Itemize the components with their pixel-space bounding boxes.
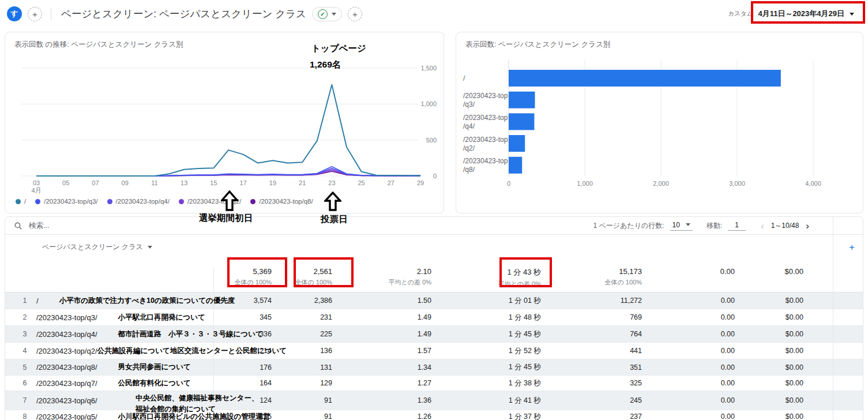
cell-users: 91 xyxy=(272,396,332,404)
cell-events: 351 xyxy=(541,363,642,372)
legend-dot-icon xyxy=(179,199,184,204)
page-title: ページとスクリーン: ページパスとスクリーン クラス xyxy=(61,7,306,21)
legend-item: /20230423-top/q3/ xyxy=(35,198,97,205)
chevron-down-icon xyxy=(332,13,336,16)
cell-page-path: 1 /小平市の政策で注力すべき10の政策についての優先度 xyxy=(5,292,214,309)
cell-views-per-user: 1.27 xyxy=(332,379,431,387)
date-range-selector[interactable]: カスタム 4月11日～2023年4月29日 xyxy=(722,3,860,24)
row-index: 4 xyxy=(19,347,31,355)
cell-revenue: $0.00 xyxy=(735,297,803,305)
svg-text:/q3/: /q3/ xyxy=(463,100,475,108)
app-header: す + ページとスクリーン: ページパスとスクリーン クラス ✓ + カスタム … xyxy=(0,0,868,28)
account-avatar[interactable]: す xyxy=(7,6,22,21)
cell-engagement: 1 分 45 秒 xyxy=(431,329,541,339)
svg-text:500: 500 xyxy=(426,137,437,144)
svg-text:3,000: 3,000 xyxy=(729,180,745,187)
totals-conversions: 0.00 xyxy=(642,267,735,276)
cell-views-per-user: 1.34 xyxy=(332,363,431,372)
cell-events: 237 xyxy=(541,412,642,420)
cell-conversions: 0.00 xyxy=(642,313,735,321)
bar-chart: 01,0002,0003,0004,000//20230423-top/q3//… xyxy=(456,54,860,193)
search-input[interactable] xyxy=(28,221,203,230)
table-row[interactable]: 6 /20230423-top/q7/公民館有料化について 164 129 1.… xyxy=(5,376,863,391)
page-path: /20230423-top/q5/ xyxy=(36,412,97,420)
row-index: 6 xyxy=(19,379,31,387)
cell-revenue: $0.00 xyxy=(735,330,803,338)
row-annotation: 小平市の政策で注力すべき10の政策についての優先度 xyxy=(59,296,235,306)
cell-users: 225 xyxy=(272,330,332,338)
cell-revenue: $0.00 xyxy=(735,412,803,420)
table-row[interactable]: 8 /20230423-top/q5/小川駅西口再開発ビルの公共施施設の管理運営… xyxy=(5,410,863,420)
cell-conversions: 0.00 xyxy=(642,412,735,420)
svg-text:09: 09 xyxy=(122,179,129,186)
cell-views: 164 xyxy=(214,379,272,387)
svg-text:0: 0 xyxy=(507,180,510,187)
cell-page-path: 2 /20230423-top/q3/小平駅北口再開発について xyxy=(5,309,214,325)
cell-page-path: 6 /20230423-top/q7/公民館有料化について xyxy=(5,376,214,391)
customize-report-icon[interactable]: + xyxy=(348,7,362,21)
table-row[interactable]: 3 /20230423-top/q4/都市計画道路 小平３・３・３号線について … xyxy=(5,326,863,343)
svg-text:/: / xyxy=(463,74,465,82)
svg-text:/q8/: /q8/ xyxy=(463,166,475,174)
table-header-row: ページパスとスクリーン クラス + ↓ 表示回数 ユーザー ユーザーあたりのビュ… xyxy=(5,235,863,260)
date-range-value: 4月11日～2023年4月29日 xyxy=(758,9,844,19)
prev-page-icon[interactable]: ‹ xyxy=(760,221,765,231)
svg-text:19: 19 xyxy=(269,179,276,186)
cell-conversions: 0.00 xyxy=(642,396,735,404)
cell-page-path: 3 /20230423-top/q4/都市計画道路 小平３・３・３号線について xyxy=(5,326,214,342)
svg-text:25: 25 xyxy=(358,179,365,186)
svg-text:2,000: 2,000 xyxy=(653,180,669,187)
column-header-dimension[interactable]: ページパスとスクリーン クラス + xyxy=(5,235,863,260)
next-page-icon[interactable]: › xyxy=(805,221,810,231)
cell-conversions: 0.00 xyxy=(642,379,735,387)
cell-conversions: 0.00 xyxy=(642,330,735,338)
svg-text:07: 07 xyxy=(92,179,99,186)
totals-views-per-user: 2.10 平均との差 0% xyxy=(332,267,431,287)
svg-text:29: 29 xyxy=(417,179,424,186)
row-annotation: 都市計画道路 小平３・３・３号線について xyxy=(118,329,263,339)
goto-page-input[interactable]: 1 xyxy=(728,221,746,231)
chevron-down-icon xyxy=(686,223,690,226)
cell-revenue: $0.00 xyxy=(735,347,803,355)
table-row[interactable]: 7 /20230423-top/q6/中央公民館、健康福祉事務センター、福祉会館… xyxy=(5,391,863,410)
cell-users: 2,386 xyxy=(272,297,332,305)
cell-events: 764 xyxy=(541,330,642,338)
table-row[interactable]: 2 /20230423-top/q3/小平駅北口再開発について 345 231 … xyxy=(5,309,863,326)
legend-dot-icon xyxy=(250,199,255,204)
cell-views: 345 xyxy=(214,313,272,321)
svg-text:23: 23 xyxy=(328,179,335,186)
table-row[interactable]: 4 /20230423-top/q2/公共施設再編について地区交流センターと公民… xyxy=(5,343,863,359)
report-status-badge[interactable]: ✓ xyxy=(312,7,342,21)
page-path: /20230423-top/q6/ xyxy=(36,396,97,405)
cell-engagement: 1 分 45 秒 xyxy=(431,362,541,372)
ga4-report-page: す + ページとスクリーン: ページパスとスクリーン クラス ✓ + カスタム … xyxy=(0,0,868,420)
row-annotation: 男女共同参画について xyxy=(118,362,191,372)
totals-avg-engagement: 1 分 43 秒 平均との差 0% xyxy=(431,267,541,288)
page-path: /20230423-top/q7/ xyxy=(36,379,97,388)
add-comparison-icon[interactable]: + xyxy=(28,7,42,21)
cell-views-per-user: 1.26 xyxy=(332,412,431,420)
totals-revenue: $0.00 xyxy=(735,267,803,276)
add-column-button[interactable]: + xyxy=(849,242,855,253)
search-icon xyxy=(14,222,22,230)
table-body: 1 /小平市の政策で注力すべき10の政策についての優先度 3,574 2,386… xyxy=(5,292,863,420)
svg-text:21: 21 xyxy=(299,179,306,186)
svg-text:03: 03 xyxy=(33,179,40,186)
rows-per-page-select[interactable]: 10 xyxy=(670,221,693,231)
cell-events: 441 xyxy=(541,347,642,355)
goto-page-label: 移動: xyxy=(707,221,722,231)
rows-per-page-label: 1 ページあたりの行数: xyxy=(593,221,664,231)
row-index: 5 xyxy=(19,363,31,372)
cell-events: 245 xyxy=(541,396,642,404)
svg-text:4,000: 4,000 xyxy=(805,180,821,187)
page-path: /20230423-top/q2/ xyxy=(36,347,97,355)
cell-users: 129 xyxy=(272,379,332,387)
svg-text:05: 05 xyxy=(62,179,69,186)
page-path: /20230423-top/q4/ xyxy=(36,330,97,339)
table-row[interactable]: 5 /20230423-top/q8/男女共同参画について 176 131 1.… xyxy=(5,359,863,376)
cell-revenue: $0.00 xyxy=(735,313,803,321)
legend-dot-icon xyxy=(16,199,21,204)
table-row[interactable]: 1 /小平市の政策で注力すべき10の政策についての優先度 3,574 2,386… xyxy=(5,292,863,309)
legend-item: /20230423-top/q2/ xyxy=(179,198,241,205)
svg-text:/20230423-top: /20230423-top xyxy=(463,136,508,144)
